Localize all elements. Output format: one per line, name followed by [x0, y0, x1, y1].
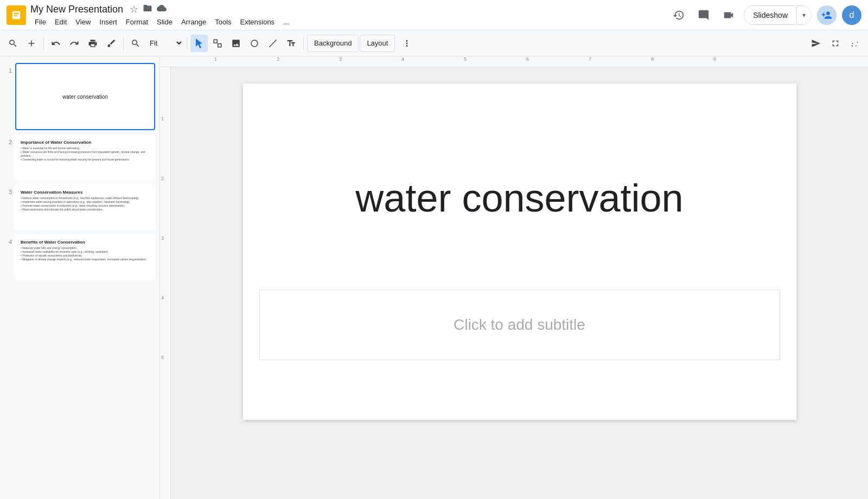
slide-title[interactable]: water conservation: [243, 176, 796, 220]
slide-thumb-1[interactable]: water conservation: [15, 63, 155, 130]
ruler-h-inner: 1 2 3 4 5 6 7 8 9: [171, 56, 868, 67]
ruler-h-mark-4: 4: [401, 56, 404, 62]
zoom-button[interactable]: [127, 35, 144, 52]
slide-num-4: 4: [2, 234, 12, 245]
ruler-vertical: 1 2 3 4 5: [160, 67, 171, 499]
main-layout: 1 water conservation 2 Importance of Wat…: [0, 56, 868, 499]
menu-extensions[interactable]: Extensions: [236, 17, 279, 27]
divider-1: [43, 37, 44, 50]
slide-2-heading-preview: Importance of Water Conservation: [21, 140, 150, 145]
star-button[interactable]: ☆: [130, 3, 138, 15]
slideshow-button[interactable]: Slideshow ▾: [744, 5, 812, 25]
slide-thumb-4[interactable]: Benefits of Water Conservation • Reduced…: [15, 234, 155, 280]
svg-point-5: [251, 40, 258, 47]
ruler-v-mark-5: 5: [161, 355, 164, 360]
ruler-h-mark-3: 3: [339, 56, 342, 62]
cloud-button[interactable]: [157, 3, 167, 16]
video-button[interactable]: [719, 5, 738, 25]
slide-canvas: water conservation Click to add subtitle: [171, 67, 868, 499]
svg-rect-3: [214, 40, 217, 43]
select-tool-button[interactable]: [209, 35, 226, 52]
svg-rect-1: [14, 12, 18, 14]
zoom-select[interactable]: Fit 50% 75% 100% 150%: [145, 39, 183, 48]
ruler-h-mark-1: 1: [214, 56, 217, 62]
ruler-h-mark-6: 6: [526, 56, 529, 62]
divider-2: [123, 37, 124, 50]
menu-tools[interactable]: Tools: [210, 17, 235, 27]
title-row: My New Presentation ☆: [30, 3, 293, 16]
textbox-button[interactable]: [283, 35, 300, 52]
avatar[interactable]: d: [842, 5, 861, 25]
slide-main[interactable]: water conservation Click to add subtitle: [243, 84, 796, 420]
slide-thumb-3[interactable]: Water Conservation Measures • Reduce wat…: [15, 184, 155, 230]
svg-rect-2: [14, 15, 17, 16]
slide-4-text-preview: • Reduced water bills and energy consump…: [21, 246, 150, 261]
slideshow-caret-icon: ▾: [797, 6, 811, 24]
svg-rect-4: [218, 43, 221, 47]
slide-3-heading-preview: Water Conservation Measures: [21, 190, 150, 195]
slide-1-title-preview: water conservation: [62, 94, 108, 100]
slide-num-1: 1: [2, 63, 12, 74]
ruler-h-mark-5: 5: [464, 56, 467, 62]
title-icons: ☆: [130, 3, 167, 16]
line-button[interactable]: [264, 35, 282, 52]
slide-subtitle-box[interactable]: Click to add subtitle: [259, 290, 780, 360]
redo-button[interactable]: [66, 35, 83, 52]
comment-button[interactable]: [694, 5, 713, 25]
ruler-v-mark-4: 4: [161, 295, 164, 300]
slide-row-4[interactable]: 4 Benefits of Water Conservation • Reduc…: [0, 232, 159, 282]
editor-area: 1 2 3 4 5 6 7 8 9 1 2 3 4 5 wate: [160, 56, 868, 499]
image-button[interactable]: [227, 35, 245, 52]
menu-row: File Edit View Insert Format Slide Arran…: [30, 17, 293, 27]
topbar-right: Slideshow ▾ d: [669, 5, 861, 25]
slide-thumb-2[interactable]: Importance of Water Conservation • Water…: [15, 135, 155, 180]
menu-file[interactable]: File: [30, 17, 50, 27]
topbar: My New Presentation ☆ File Edit View Ins…: [0, 0, 868, 30]
print-button[interactable]: [84, 35, 101, 52]
menu-slide[interactable]: Slide: [152, 17, 177, 27]
shape-button[interactable]: [246, 35, 263, 52]
slide-num-3: 3: [2, 184, 12, 195]
add-button[interactable]: [23, 35, 40, 52]
history-button[interactable]: [669, 5, 688, 25]
toolbar: Fit 50% 75% 100% 150% Background Layout: [0, 30, 868, 56]
send-button[interactable]: [807, 35, 825, 52]
undo-button[interactable]: [47, 35, 65, 52]
canvas-wrapper: 1 2 3 4 5 water conservation Click to ad…: [160, 67, 868, 499]
search-button[interactable]: [4, 35, 22, 52]
divider-4: [303, 37, 304, 50]
doc-title[interactable]: My New Presentation: [30, 4, 123, 15]
menu-edit[interactable]: Edit: [50, 17, 71, 27]
slide-row-3[interactable]: 3 Water Conservation Measures • Reduce w…: [0, 182, 159, 232]
collapse-button[interactable]: [846, 35, 864, 52]
menu-view[interactable]: View: [71, 17, 95, 27]
add-user-button[interactable]: [817, 5, 837, 25]
divider-3: [187, 37, 187, 50]
ruler-h-mark-2: 2: [277, 56, 279, 62]
app-logo[interactable]: [7, 5, 26, 25]
ruler-h-mark-9: 9: [713, 56, 716, 62]
ruler-horizontal: 1 2 3 4 5 6 7 8 9: [160, 56, 868, 67]
slide-2-text-preview: • Water is essential for life and human …: [21, 146, 150, 162]
slide-3-text-preview: • Reduce water consumption in households…: [21, 196, 150, 212]
slide-4-heading-preview: Benefits of Water Conservation: [21, 240, 150, 245]
menu-more[interactable]: ...: [279, 17, 293, 27]
format-paint-button[interactable]: [103, 35, 120, 52]
layout-button[interactable]: Layout: [360, 35, 395, 52]
background-button[interactable]: Background: [307, 35, 359, 52]
menu-insert[interactable]: Insert: [95, 17, 122, 27]
slide-row-2[interactable]: 2 Importance of Water Conservation • Wat…: [0, 132, 159, 182]
title-section: My New Presentation ☆ File Edit View Ins…: [30, 3, 293, 27]
slideshow-label: Slideshow: [744, 6, 797, 24]
expand-button[interactable]: [827, 35, 844, 52]
ruler-v-mark-1: 1: [161, 116, 164, 121]
slides-panel: 1 water conservation 2 Importance of Wat…: [0, 56, 160, 499]
more-toolbar-button[interactable]: [398, 35, 416, 52]
folder-button[interactable]: [143, 3, 152, 16]
menu-format[interactable]: Format: [122, 17, 152, 27]
slide-row-1[interactable]: 1 water conservation: [0, 61, 159, 132]
svg-line-6: [269, 40, 277, 47]
cursor-tool-button[interactable]: [190, 35, 208, 52]
ruler-v-mark-2: 2: [161, 176, 164, 181]
menu-arrange[interactable]: Arrange: [177, 17, 210, 27]
